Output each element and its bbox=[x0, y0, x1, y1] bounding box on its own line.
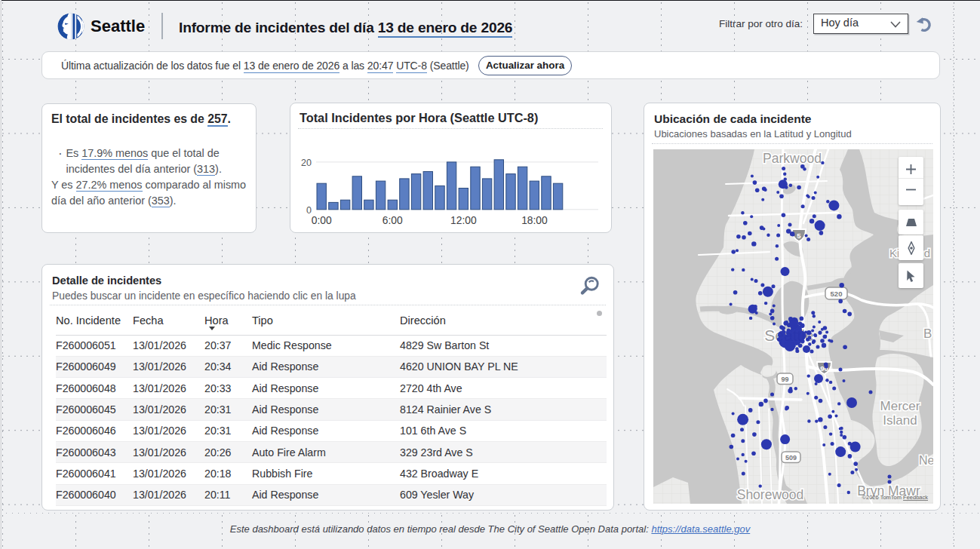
svg-text:509: 509 bbox=[785, 454, 797, 462]
svg-text:Island: Island bbox=[883, 413, 917, 428]
svg-text:6:00: 6:00 bbox=[382, 215, 403, 226]
svg-text:99: 99 bbox=[781, 376, 788, 383]
svg-text:Mercer: Mercer bbox=[880, 399, 920, 413]
svg-text:Parkwood: Parkwood bbox=[763, 151, 822, 166]
svg-text:©2026 TomTom Feedback: ©2026 TomTom Feedback bbox=[862, 494, 928, 501]
svg-text:18:00: 18:00 bbox=[521, 215, 548, 226]
svg-text:20: 20 bbox=[301, 158, 312, 168]
svg-text:520: 520 bbox=[831, 290, 843, 298]
svg-text:B: B bbox=[923, 327, 932, 341]
svg-text:Shorewood: Shorewood bbox=[737, 487, 804, 502]
svg-text:12:00: 12:00 bbox=[450, 215, 477, 226]
svg-text:0: 0 bbox=[306, 205, 312, 216]
svg-text:Ne: Ne bbox=[919, 454, 933, 467]
svg-text:5: 5 bbox=[797, 232, 801, 240]
svg-text:0:00: 0:00 bbox=[312, 215, 332, 226]
